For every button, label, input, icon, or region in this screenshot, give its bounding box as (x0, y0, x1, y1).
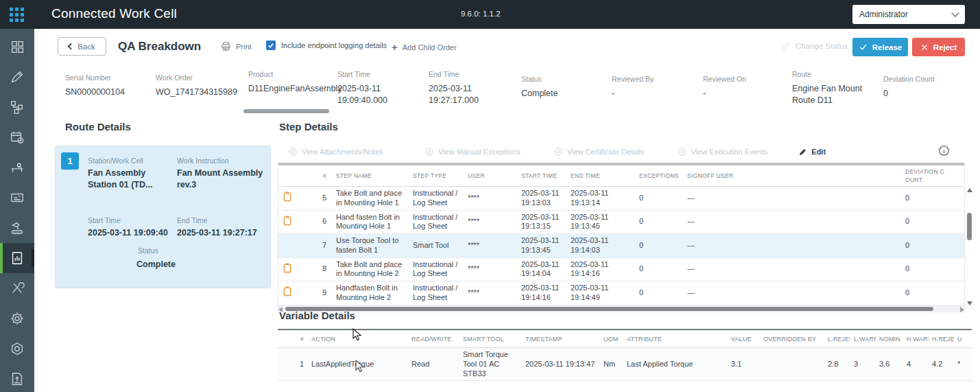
summary-end-time: End Time2025-03-11 19:27:17.000 (429, 70, 489, 106)
connected-work-cell-app: Connected Work Cell 9.6.0: 1.1.2 Adminis… (0, 0, 980, 392)
station-value: Fan Assembly Station 01 (TD... (88, 168, 170, 191)
route-start-time: 2025-03-11 19:09:40 (88, 227, 168, 239)
reject-label: Reject (933, 43, 957, 51)
app-launcher-icon[interactable] (10, 8, 24, 22)
production-card-icon (10, 190, 25, 205)
sidebar (0, 29, 34, 392)
logging-checkbox[interactable]: Include endpoint logging details (266, 41, 387, 50)
workflow-icon (10, 100, 25, 115)
summary-deviation-count: Deviation Count0 (883, 75, 971, 100)
scroll-down-icon[interactable] (967, 301, 972, 305)
horizontal-scroll-thumb[interactable] (285, 307, 933, 311)
change-status-button[interactable]: Change Status (782, 41, 848, 50)
logging-checkbox-label: Include endpoint logging details (281, 41, 387, 49)
page-title: QA Breakdown (118, 40, 201, 54)
route-end-time: 2025-03-11 19:27:17 (177, 227, 257, 239)
eye-icon (678, 147, 687, 157)
user-role-dropdown[interactable]: Administrator (852, 5, 965, 24)
add-child-order-button[interactable]: + Add Child Order (392, 41, 457, 53)
sidebar-item-edit[interactable] (0, 62, 34, 92)
sidebar-item-production-card[interactable] (0, 183, 34, 213)
step-row-selected[interactable]: 7 Use Torque Tool to fasten Bolt 1 Smart… (278, 234, 964, 258)
summary-product: ProductD11EngineFanAssembly (248, 70, 335, 95)
step-table-vertical-scrollbar[interactable] (966, 187, 974, 305)
add-child-order-label: Add Child Order (403, 43, 457, 51)
print-button[interactable]: Print (221, 41, 252, 51)
step-details-toolbar: View Attachments/Notes View Manual Excep… (278, 142, 965, 161)
info-button[interactable] (938, 145, 950, 159)
chevron-down-icon (951, 9, 959, 16)
pencil-icon (782, 41, 791, 50)
sidebar-item-upload[interactable] (0, 364, 34, 392)
note-clipboard-icon[interactable] (278, 189, 296, 207)
package-hexagon-icon (10, 341, 25, 356)
qa-report-icon (10, 251, 25, 266)
view-certificate-details-button[interactable]: View Certificate Details (553, 147, 645, 157)
edit-pencil-icon (10, 69, 25, 84)
maintenance-tools-icon (10, 281, 25, 296)
back-button[interactable]: Back (58, 37, 106, 56)
checkbox-checked-icon (266, 41, 276, 50)
pencil-icon (798, 148, 807, 157)
top-bar: Connected Work Cell 9.6.0: 1.1.2 Adminis… (0, 0, 980, 29)
sidebar-item-dashboard[interactable] (0, 32, 34, 62)
sidebar-item-package[interactable] (0, 334, 34, 364)
vertical-scroll-thumb[interactable] (967, 213, 972, 240)
chevron-left-icon (68, 43, 75, 50)
sidebar-item-workstation[interactable] (0, 152, 34, 183)
step-row[interactable]: 8 Take Bolt and place in Mounting Hole 2… (278, 258, 964, 282)
step-row[interactable]: 5 Take Bolt and place in Mounting Hole 1… (278, 187, 964, 211)
main-content: Back QA Breakdown Print Include endpoint… (34, 29, 980, 392)
summary-work-order: Work OrderWO_1741734315989 (156, 73, 243, 98)
step-details-heading: Step Details (279, 121, 338, 132)
step-table: # STEP NAME STEP TYPE USER START TIME EN… (278, 166, 965, 312)
sidebar-item-robot[interactable] (0, 213, 34, 243)
app-title: Connected Work Cell (51, 6, 177, 21)
printer-icon (221, 41, 231, 51)
settings-gear-icon (10, 311, 25, 326)
edit-button[interactable]: Edit (798, 148, 826, 157)
eye-icon (425, 147, 434, 157)
route-step-card[interactable]: 1 Station/Work Cell Fan Assembly Station… (55, 146, 271, 288)
step-table-horizontal-scrollbar[interactable] (278, 305, 964, 312)
step-table-header: # STEP NAME STEP TYPE USER START TIME EN… (278, 166, 964, 187)
step-row[interactable]: 9 Handfasten Bolt in Mounting Hole 2 Ins… (278, 281, 964, 305)
back-label: Back (77, 43, 95, 51)
sidebar-item-workflow[interactable] (0, 92, 34, 122)
route-status: Complete (136, 259, 176, 270)
sidebar-item-schedule[interactable] (0, 122, 34, 152)
note-clipboard-icon[interactable] (278, 284, 296, 301)
schedule-calendar-icon (10, 130, 25, 145)
view-execution-events-button[interactable]: View Execution Events (678, 147, 768, 157)
scroll-right-icon[interactable] (960, 307, 964, 312)
sidebar-item-qa-report[interactable] (0, 243, 34, 273)
note-clipboard-icon[interactable] (278, 261, 296, 278)
user-role-label: Administrator (859, 10, 908, 19)
reject-button[interactable]: Reject (912, 38, 965, 56)
route-details-heading: Route Details (65, 121, 131, 132)
variable-row[interactable]: 1 LastAppliedTorque Read Smart Torque To… (278, 348, 972, 381)
version-label: 9.6.0: 1.1.2 (461, 10, 501, 18)
product-scrollbar[interactable] (243, 109, 329, 113)
summary-start-time: Start Time2025-03-11 19:09:40.000 (337, 70, 398, 106)
document-upload-icon (10, 371, 25, 387)
sidebar-item-settings[interactable] (0, 303, 34, 334)
view-manual-exceptions-button[interactable]: View Manual Exceptions (425, 147, 521, 157)
eye-icon (553, 147, 563, 157)
robot-arm-icon (10, 220, 25, 235)
summary-serial-number: Serial NumberSN0000000104 (65, 73, 153, 98)
route-step-number: 1 (61, 152, 79, 170)
step-row[interactable]: 6 Hand fasten Bolt in Mounting Hole 1 In… (278, 211, 964, 235)
view-attachments-button[interactable]: View Attachments/Notes (288, 147, 383, 157)
note-clipboard-icon[interactable] (278, 214, 296, 231)
info-icon (938, 145, 950, 157)
release-button[interactable]: Release (852, 38, 908, 56)
summary-reviewed-by: Reviewed By- (612, 75, 700, 100)
summary-reviewed-on: Reviewed On- (703, 75, 791, 100)
work-instruction-value: Fan Mount Assembly rev.3 (177, 168, 266, 191)
check-icon (859, 43, 868, 51)
step-table-top-scrollbar[interactable] (278, 163, 965, 165)
scroll-up-icon[interactable] (967, 188, 972, 192)
release-label: Release (872, 43, 902, 51)
sidebar-item-maintenance[interactable] (0, 273, 34, 303)
